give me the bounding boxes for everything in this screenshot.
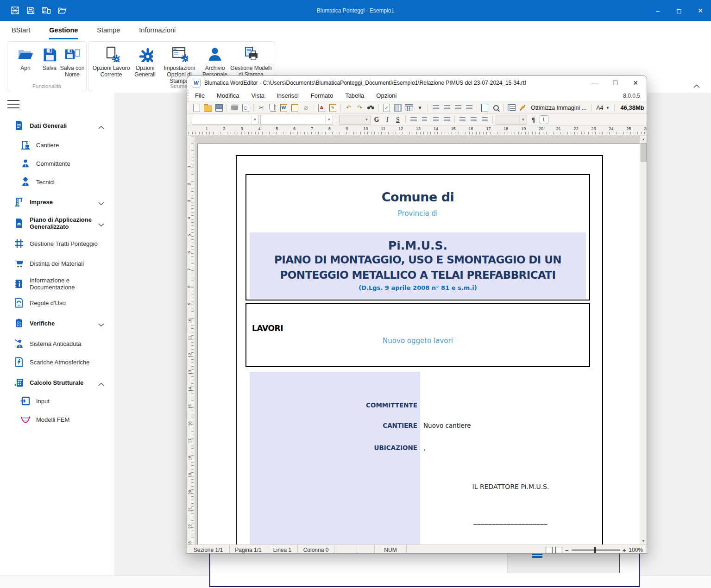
zoom-icon[interactable] — [491, 103, 501, 113]
replace-font-icon[interactable]: A — [317, 103, 327, 113]
fontsize-combobox[interactable]: ▼ — [339, 115, 371, 125]
horizontal-ruler[interactable]: 1234567891011121314151617181920212223242… — [187, 126, 647, 136]
zoom-out-button[interactable]: − — [565, 547, 569, 554]
salva-button[interactable]: Salva — [38, 45, 61, 71]
close-button[interactable]: ✕ — [625, 76, 646, 90]
save-icon[interactable] — [26, 6, 35, 15]
dropdown-arrow-icon[interactable]: ▼ — [605, 106, 610, 110]
maximize-button[interactable]: ◻ — [668, 0, 690, 21]
zoom-in-button[interactable]: + — [623, 547, 626, 554]
sidebar-item-dati-generali[interactable]: Dati Generali — [0, 117, 114, 134]
numbered-list-icon[interactable] — [469, 115, 478, 125]
page-setup-icon[interactable] — [480, 103, 490, 113]
sidebar-item-modelli-fem[interactable]: Modelli FEM — [0, 411, 114, 428]
document-page[interactable]: Comune di Provincia di Pi.M.U.S. PIANO D… — [197, 144, 641, 544]
close-button[interactable]: ✕ — [690, 0, 711, 21]
fit-width-icon[interactable] — [555, 547, 562, 554]
chevron-down-icon[interactable] — [98, 199, 104, 207]
sidebar-item-gestione-tratti[interactable]: Gestione Tratti Ponteggio — [0, 235, 114, 252]
menu-vista[interactable]: Vista — [251, 92, 264, 99]
document-area[interactable]: 1234567891011121314151617181920212223 Co… — [187, 136, 647, 544]
zoom-slider[interactable] — [572, 547, 620, 553]
align-left-icon[interactable] — [409, 115, 418, 125]
gestione-modelli-stampa-button[interactable]: Gestione Modelli di Stampa — [230, 45, 272, 78]
font-combobox[interactable]: ▼ — [260, 115, 333, 125]
sidebar-item-verifiche[interactable]: Verifiche — [0, 315, 114, 332]
print-preview-icon[interactable]: ○ — [241, 103, 251, 113]
cut-icon[interactable]: ✂ — [257, 103, 266, 113]
new-document-icon[interactable] — [192, 103, 201, 113]
chevron-up-icon[interactable] — [98, 380, 104, 388]
wordeditor-titlebar[interactable]: W Blumatica WordEditor - C:\Users\Docume… — [187, 76, 647, 90]
vertical-ruler[interactable]: 1234567891011121314151617181920212223 — [187, 136, 195, 544]
chevron-down-icon[interactable] — [98, 320, 104, 329]
scroll-down-icon[interactable]: ▼ — [640, 538, 647, 544]
minimize-button[interactable]: — — [585, 76, 605, 90]
indent-demote-icon[interactable] — [453, 103, 463, 113]
menu-modifica[interactable]: Modifica — [217, 92, 239, 99]
indent-last-icon[interactable] — [464, 103, 474, 113]
spellcheck-icon[interactable]: ✓ — [382, 103, 391, 113]
save-icon[interactable] — [214, 103, 224, 113]
layout-mode-icon[interactable]: L — [540, 115, 548, 124]
opzioni-generali-button[interactable]: Opzioni Generali — [131, 45, 159, 78]
tab-gestione[interactable]: Gestione — [49, 22, 78, 39]
indent-first-icon[interactable] — [431, 103, 440, 113]
zoom-slider-thumb[interactable] — [594, 547, 596, 553]
sidebar-item-input[interactable]: Input — [0, 393, 114, 409]
archivio-personale-button[interactable]: Archivio Personale — [201, 45, 229, 78]
apri-button[interactable]: Apri — [14, 45, 37, 71]
opzioni-lavoro-corrente-button[interactable]: Opzioni Lavoro Corrente — [92, 45, 130, 78]
print-icon[interactable] — [230, 103, 239, 113]
chevron-up-icon[interactable] — [98, 123, 104, 131]
paragraph-marks-icon[interactable]: ¶ — [529, 115, 538, 125]
find-icon[interactable] — [366, 103, 376, 113]
align-center-icon[interactable] — [420, 115, 429, 125]
sidebar-item-committente[interactable]: Committente — [0, 155, 114, 172]
paste-icon[interactable] — [290, 103, 300, 113]
menu-file[interactable]: File — [195, 92, 205, 99]
menu-formato[interactable]: Formato — [311, 92, 333, 99]
copy-icon[interactable] — [268, 103, 277, 113]
underline-button[interactable]: S — [393, 115, 403, 125]
table-icon[interactable] — [404, 103, 414, 113]
open-icon[interactable] — [57, 6, 67, 15]
fields-icon[interactable] — [393, 103, 403, 113]
italic-button[interactable]: I — [383, 115, 392, 125]
vertical-scrollbar[interactable]: ▲ ▼ — [640, 136, 647, 544]
redo-icon[interactable]: ↷ — [355, 103, 365, 113]
sidebar-item-imprese[interactable]: Imprese — [0, 194, 114, 210]
align-justify-icon[interactable] — [442, 115, 452, 125]
salva-con-nome-button[interactable]: Salva con Nome — [59, 45, 85, 78]
bold-button[interactable]: G — [372, 115, 381, 125]
sidebar-item-scariche-atmosferiche[interactable]: Scariche Atmosferiche — [0, 354, 114, 370]
cancel-icon[interactable]: ⊘ — [301, 103, 311, 113]
fit-page-icon[interactable] — [546, 547, 553, 554]
paste-special-icon[interactable]: ✎ — [328, 103, 338, 113]
scroll-up-icon[interactable]: ▲ — [640, 136, 647, 143]
scrollbar-thumb[interactable] — [641, 143, 647, 162]
tab-bstart[interactable]: BStart — [12, 22, 30, 39]
paste-word-icon[interactable]: W — [279, 103, 289, 113]
sidebar-item-regole-uso[interactable]: Regole d'Uso — [0, 294, 114, 311]
table-dropdown-icon[interactable]: ▾ — [415, 103, 425, 113]
outline-view-icon[interactable] — [507, 103, 516, 113]
menu-inserisci[interactable]: Inserisci — [277, 92, 299, 99]
ribbon-collapse-icon[interactable] — [693, 84, 700, 88]
menu-tabella[interactable]: Tabella — [345, 92, 364, 99]
optimize-wand-icon[interactable]: ✦ — [518, 103, 528, 113]
sidebar-item-piano-applicazione[interactable]: Piano di Applicazione Generalizzato — [0, 213, 114, 233]
maximize-button[interactable]: ☐ — [605, 76, 625, 90]
sidebar-item-cantiere[interactable]: Cantiere — [0, 137, 114, 153]
menu-opzioni[interactable]: Opzioni — [376, 92, 396, 99]
open-icon[interactable] — [203, 103, 213, 113]
align-right-icon[interactable] — [431, 115, 440, 125]
sidebar-item-calcolo-strutturale[interactable]: Calcolo Strutturale — [0, 374, 114, 391]
sidebar-item-tecnici[interactable]: Tecnici — [0, 174, 114, 190]
sidebar-item-sistema-anticaduta[interactable]: Sistema Anticaduta — [0, 335, 114, 352]
tab-informazioni[interactable]: Informazioni — [139, 22, 176, 39]
tab-stampe[interactable]: Stampe — [97, 22, 120, 39]
style-combobox[interactable]: ▼ — [192, 115, 259, 125]
optimize-images-button[interactable]: Ottimizza Immagini ... — [531, 105, 586, 111]
sidebar-item-distinta-materiali[interactable]: Distinta dei Materiali — [0, 255, 114, 272]
